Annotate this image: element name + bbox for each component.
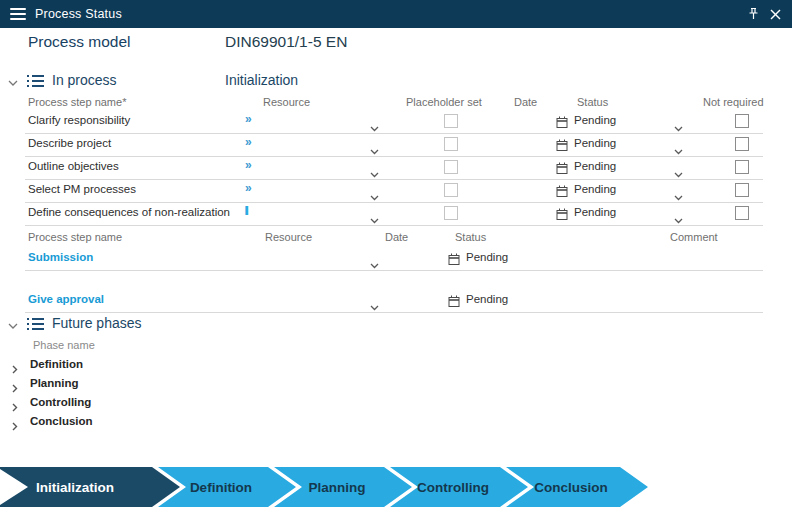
col-header-comment: Comment bbox=[670, 231, 718, 243]
section-title-future-phases: Future phases bbox=[52, 315, 142, 331]
resource-text-cursor[interactable]: I bbox=[244, 205, 249, 218]
status-value: Pending bbox=[574, 183, 616, 195]
process-step-name: Outline objectives bbox=[28, 160, 119, 172]
phase-segment-initialization[interactable]: Initialization bbox=[0, 467, 180, 507]
calendar-icon[interactable] bbox=[556, 138, 568, 156]
list-item: Controlling bbox=[0, 394, 400, 413]
phase-segment-label: Controlling bbox=[417, 480, 489, 495]
calendar-icon[interactable] bbox=[556, 184, 568, 202]
collapse-chevron-icon[interactable] bbox=[6, 76, 20, 90]
resource-dropdown-chevron-icon[interactable] bbox=[370, 210, 379, 228]
process-step-name: Clarify responsibility bbox=[28, 114, 130, 126]
resource-link[interactable]: » bbox=[245, 136, 252, 149]
phase-name: Planning bbox=[30, 377, 79, 389]
col-header-resource: Resource bbox=[265, 231, 312, 243]
placeholder-set-checkbox[interactable] bbox=[444, 160, 458, 174]
not-required-checkbox[interactable] bbox=[735, 183, 749, 197]
placeholder-set-checkbox[interactable] bbox=[444, 183, 458, 197]
list-item: Definition bbox=[0, 356, 400, 375]
status-value: Pending bbox=[574, 114, 616, 126]
calendar-icon[interactable] bbox=[448, 252, 460, 270]
calendar-icon[interactable] bbox=[556, 161, 568, 179]
placeholder-set-checkbox[interactable] bbox=[444, 114, 458, 128]
not-required-checkbox[interactable] bbox=[735, 137, 749, 151]
title-bar: Process Status bbox=[0, 0, 792, 28]
start-arrow-icon bbox=[0, 469, 28, 505]
not-required-checkbox[interactable] bbox=[735, 114, 749, 128]
col-header-process-step-name: Process step name bbox=[28, 231, 122, 243]
table-row: Define consequences of non-realization I… bbox=[25, 202, 763, 226]
phase-name: Conclusion bbox=[30, 415, 93, 427]
col-header-date: Date bbox=[514, 96, 537, 108]
current-phase-label: Initialization bbox=[225, 72, 298, 88]
col-header-date: Date bbox=[385, 231, 408, 243]
placeholder-set-checkbox[interactable] bbox=[444, 137, 458, 151]
list-icon bbox=[27, 317, 45, 331]
status-value: Pending bbox=[574, 160, 616, 172]
status-value: Pending bbox=[466, 251, 508, 263]
phase-progress-bar: Initialization Definition Planning Contr… bbox=[0, 467, 792, 507]
expand-chevron-icon[interactable] bbox=[12, 417, 18, 435]
pin-icon[interactable] bbox=[742, 3, 764, 25]
status-value: Pending bbox=[466, 293, 508, 305]
calendar-icon[interactable] bbox=[556, 207, 568, 225]
not-required-checkbox[interactable] bbox=[735, 160, 749, 174]
status-value: Pending bbox=[574, 206, 616, 218]
calendar-icon[interactable] bbox=[556, 115, 568, 133]
resource-dropdown-chevron-icon[interactable] bbox=[370, 255, 379, 273]
close-icon[interactable] bbox=[764, 3, 786, 25]
table-row: Describe project » Pending bbox=[25, 133, 763, 157]
not-required-checkbox[interactable] bbox=[735, 206, 749, 220]
calendar-icon[interactable] bbox=[448, 294, 460, 312]
resource-dropdown-chevron-icon[interactable] bbox=[370, 297, 379, 315]
resource-link[interactable]: » bbox=[245, 182, 252, 195]
phase-segment-label: Planning bbox=[309, 480, 366, 495]
list-item: Planning bbox=[0, 375, 400, 394]
process-model-label: Process model bbox=[28, 33, 131, 51]
process-step-name: Select PM processes bbox=[28, 183, 136, 195]
process-step-name: Describe project bbox=[28, 137, 111, 149]
phase-segment-label: Conclusion bbox=[534, 480, 608, 495]
hamburger-menu-icon[interactable] bbox=[10, 8, 26, 20]
table-row: Clarify responsibility » Pending bbox=[25, 110, 763, 134]
approval-step-link[interactable]: Give approval bbox=[28, 293, 104, 305]
status-value: Pending bbox=[574, 137, 616, 149]
col-header-status: Status bbox=[455, 231, 486, 243]
col-header-not-required: Not required bbox=[703, 96, 764, 108]
resource-link[interactable]: » bbox=[245, 159, 252, 172]
col-header-phase-name: Phase name bbox=[33, 339, 95, 351]
phase-name: Controlling bbox=[30, 396, 91, 408]
table-row: Select PM processes » Pending bbox=[25, 179, 763, 203]
col-header-placeholder-set: Placeholder set bbox=[406, 96, 482, 108]
phase-name: Definition bbox=[30, 358, 83, 370]
table-row: Submission Pending bbox=[25, 246, 763, 271]
table-row: Outline objectives » Pending bbox=[25, 156, 763, 180]
process-model-value: DIN69901/1-5 EN bbox=[225, 33, 347, 51]
col-header-resource: Resource bbox=[263, 96, 310, 108]
process-status-window: Process Status Process model DIN69901/1-… bbox=[0, 0, 792, 507]
phase-segment-label: Definition bbox=[190, 480, 252, 495]
list-item: Conclusion bbox=[0, 413, 400, 432]
placeholder-set-checkbox[interactable] bbox=[444, 206, 458, 220]
phase-segment-label: Initialization bbox=[36, 480, 114, 495]
process-step-name: Define consequences of non-realization bbox=[28, 206, 230, 218]
col-header-process-step-name: Process step name* bbox=[28, 96, 126, 108]
status-dropdown-chevron-icon[interactable] bbox=[674, 210, 683, 228]
col-header-status: Status bbox=[577, 96, 608, 108]
resource-link[interactable]: » bbox=[245, 113, 252, 126]
window-title: Process Status bbox=[35, 7, 122, 21]
table-row: Give approval Pending bbox=[25, 288, 763, 313]
section-title-in-process: In process bbox=[52, 72, 117, 88]
collapse-chevron-icon[interactable] bbox=[6, 319, 20, 333]
list-icon bbox=[27, 74, 45, 88]
approval-step-link[interactable]: Submission bbox=[28, 251, 93, 263]
